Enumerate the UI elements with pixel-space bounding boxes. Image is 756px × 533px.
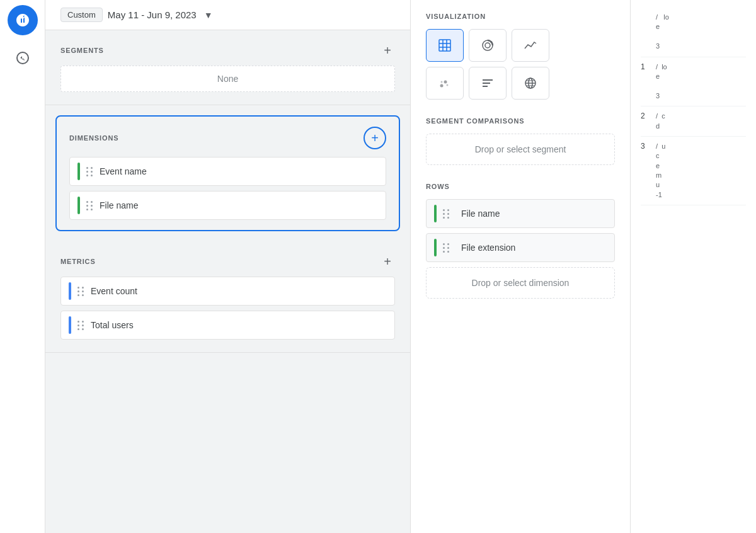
row-text: / loe3 (656, 62, 667, 101)
metric-total-users[interactable]: Total users (60, 311, 395, 340)
add-segment-button[interactable]: + (380, 43, 395, 58)
row-text: / cd (656, 112, 665, 131)
main-content: Custom May 11 - Jun 9, 2023 ▼ SEGMENTS +… (45, 0, 756, 533)
viz-line-button[interactable] (512, 29, 549, 62)
metric-total-users-label: Total users (91, 320, 134, 330)
blue-bar-icon (69, 282, 71, 300)
svg-point-0 (17, 52, 28, 64)
dimensions-header: DIMENSIONS + (69, 127, 386, 149)
green-bar-icon (77, 197, 80, 214)
blue-bar-icon (69, 316, 71, 334)
row-file-name-label: File name (461, 209, 500, 219)
segment-comparisons-title: SEGMENT COMPARISONS (426, 117, 615, 125)
date-badge[interactable]: Custom (60, 8, 103, 22)
sidebar (0, 0, 45, 533)
drag-handle-icon (86, 167, 93, 176)
drop-dimension-zone[interactable]: Drop or select dimension (426, 267, 615, 299)
svg-point-9 (440, 84, 444, 88)
row-number: 2 (641, 112, 651, 131)
metric-event-count-label: Event count (91, 286, 137, 296)
drag-handle-icon (443, 243, 450, 253)
drag-handle-icon (86, 201, 93, 210)
row-number: 3 (641, 142, 651, 200)
chevron-down-icon[interactable]: ▼ (204, 10, 213, 20)
left-panel: Custom May 11 - Jun 9, 2023 ▼ SEGMENTS +… (45, 0, 411, 533)
add-dimension-button[interactable]: + (364, 127, 386, 149)
rows-title: ROWS (426, 183, 615, 190)
cursor-icon[interactable] (8, 43, 38, 73)
viz-globe-button[interactable] (512, 67, 549, 100)
green-bar-icon (434, 205, 437, 222)
dimensions-section: DIMENSIONS + Event name File (55, 115, 400, 231)
metrics-title: METRICS (60, 258, 96, 265)
segment-comparisons-section: SEGMENT COMPARISONS Drop or select segme… (426, 117, 615, 165)
dimensions-title: DIMENSIONS (69, 134, 118, 142)
add-metric-button[interactable]: + (380, 254, 395, 269)
data-panel: / loe3 1 / loe3 2 / cd 3 / ucemu-1 (630, 0, 756, 533)
table-row: / loe3 (641, 8, 746, 57)
drag-handle-icon (77, 287, 84, 296)
svg-point-12 (447, 84, 449, 86)
dimension-event-name-label: Event name (100, 166, 147, 176)
date-row: Custom May 11 - Jun 9, 2023 ▼ (45, 0, 410, 30)
date-range[interactable]: May 11 - Jun 9, 2023 (108, 9, 197, 20)
row-text: / loe3 (656, 13, 669, 52)
svg-point-8 (491, 42, 493, 43)
visualization-title: VISUALIZATION (426, 13, 615, 20)
analytics-icon[interactable] (8, 5, 38, 35)
metric-event-count[interactable]: Event count (60, 277, 395, 306)
segments-none[interactable]: None (60, 66, 395, 92)
segments-section: SEGMENTS + None (45, 30, 410, 105)
metrics-header: METRICS + (60, 254, 395, 269)
svg-point-11 (441, 81, 443, 83)
segments-title: SEGMENTS (60, 47, 104, 54)
row-number (641, 13, 651, 52)
segments-header: SEGMENTS + (60, 43, 395, 58)
row-number: 1 (641, 62, 651, 101)
svg-rect-1 (439, 40, 450, 51)
row-file-extension[interactable]: File extension (426, 233, 615, 262)
visualization-grid (426, 29, 615, 100)
table-row: 2 / cd (641, 106, 746, 137)
table-row: 1 / loe3 (641, 57, 746, 107)
viz-bar-button[interactable] (469, 67, 507, 100)
svg-point-10 (444, 81, 447, 84)
rows-section: ROWS File name File extension (426, 183, 615, 299)
metrics-section: METRICS + Event count Total (45, 241, 410, 353)
dimension-event-name[interactable]: Event name (69, 157, 386, 186)
table-row: 3 / ucemu-1 (641, 137, 746, 205)
row-file-extension-label: File extension (461, 243, 515, 253)
row-text: / ucemu-1 (656, 142, 665, 200)
row-file-name[interactable]: File name (426, 199, 615, 228)
green-bar-icon (434, 239, 437, 256)
green-bar-icon (77, 163, 80, 180)
visualization-section: VISUALIZATION (426, 13, 615, 100)
dimension-file-name-label: File name (100, 200, 138, 210)
right-panel: VISUALIZATION (411, 0, 630, 533)
viz-scatter-button[interactable] (426, 67, 464, 100)
drop-segment-zone[interactable]: Drop or select segment (426, 134, 615, 165)
drag-handle-icon (443, 209, 450, 219)
drag-handle-icon (77, 321, 84, 330)
viz-table-button[interactable] (426, 29, 464, 62)
svg-point-7 (485, 43, 490, 48)
dimension-file-name[interactable]: File name (69, 191, 386, 220)
viz-donut-button[interactable] (469, 29, 507, 62)
